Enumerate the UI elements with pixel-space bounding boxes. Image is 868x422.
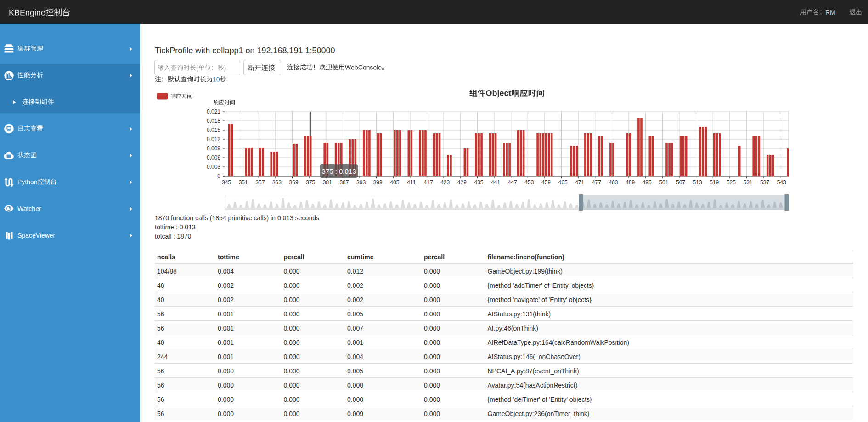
svg-text:0.003: 0.003 — [207, 164, 220, 170]
svg-text:519: 519 — [710, 179, 719, 186]
svg-text:357: 357 — [255, 179, 265, 186]
svg-text:435: 435 — [474, 179, 483, 186]
svg-text:417: 417 — [424, 179, 433, 186]
svg-text:375 : 0.013: 375 : 0.013 — [321, 167, 356, 175]
svg-text:441: 441 — [491, 179, 500, 186]
svg-text:489: 489 — [626, 179, 635, 186]
svg-text:537: 537 — [760, 179, 769, 186]
svg-text:501: 501 — [659, 179, 668, 186]
svg-text:0.015: 0.015 — [207, 127, 220, 133]
svg-text:477: 477 — [592, 179, 601, 186]
svg-text:525: 525 — [727, 179, 736, 186]
svg-text:531: 531 — [743, 179, 752, 186]
svg-text:447: 447 — [508, 179, 517, 186]
svg-text:405: 405 — [390, 179, 399, 186]
svg-text:351: 351 — [239, 179, 248, 186]
svg-text:345: 345 — [222, 179, 231, 186]
svg-text:393: 393 — [356, 179, 366, 186]
svg-text:459: 459 — [541, 179, 551, 186]
svg-text:507: 507 — [676, 179, 685, 186]
svg-text:0.006: 0.006 — [207, 154, 220, 161]
svg-text:483: 483 — [609, 179, 618, 186]
svg-text:363: 363 — [272, 179, 282, 186]
svg-text:411: 411 — [407, 179, 416, 186]
svg-text:369: 369 — [289, 179, 299, 186]
svg-text:429: 429 — [457, 179, 467, 186]
svg-text:0.021: 0.021 — [207, 108, 220, 115]
svg-text:0.018: 0.018 — [207, 118, 220, 124]
svg-text:0.012: 0.012 — [207, 136, 220, 143]
svg-text:543: 543 — [777, 179, 786, 186]
svg-text:0.009: 0.009 — [207, 145, 220, 152]
svg-text:375: 375 — [306, 179, 315, 186]
svg-text:423: 423 — [440, 179, 450, 186]
svg-text:471: 471 — [575, 179, 584, 186]
svg-text:453: 453 — [524, 179, 534, 186]
svg-text:381: 381 — [323, 179, 332, 186]
svg-text:513: 513 — [693, 179, 702, 186]
svg-text:387: 387 — [339, 179, 349, 186]
svg-text:399: 399 — [373, 179, 383, 186]
svg-text:495: 495 — [643, 179, 652, 186]
svg-text:465: 465 — [558, 179, 568, 186]
svg-text:0: 0 — [217, 173, 220, 179]
